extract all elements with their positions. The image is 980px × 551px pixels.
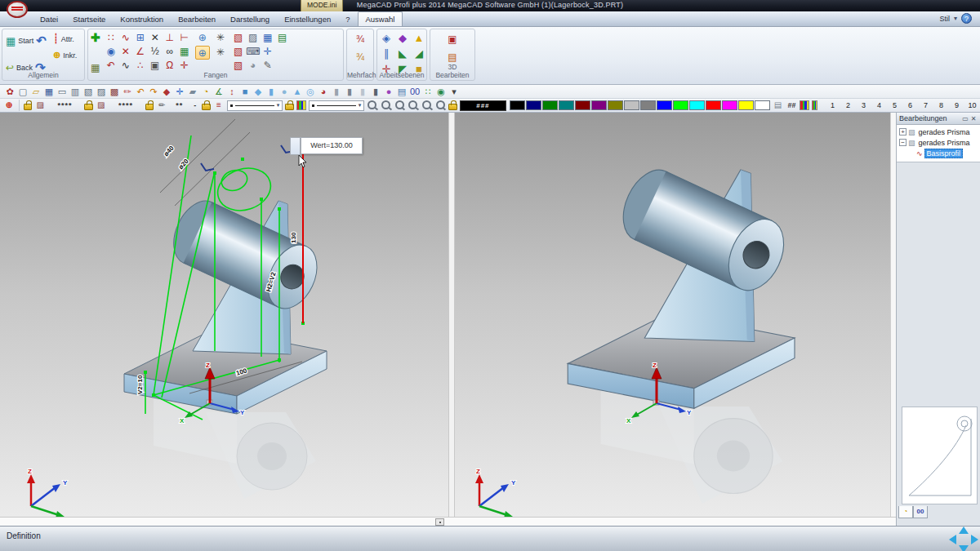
snap-colors-icon[interactable]: ▦ (177, 45, 192, 59)
measure-icon[interactable]: ∡ (212, 86, 225, 98)
shade-hidden-icon[interactable]: ▮ (343, 86, 356, 98)
value-input-cell[interactable] (290, 137, 301, 155)
sheet-number-button[interactable]: 4 (871, 101, 887, 109)
zoom-out-icon[interactable] (394, 100, 406, 111)
pan-left-icon[interactable] (949, 535, 956, 544)
open-folder-icon[interactable]: ▱ (29, 86, 42, 98)
zoom-in-icon[interactable] (381, 100, 392, 111)
snap-tangent-icon[interactable]: ⊢ (177, 31, 192, 45)
palette-swatch[interactable] (510, 100, 525, 110)
menu-hilfe[interactable]: ? (338, 12, 357, 26)
viewport-splitter[interactable] (448, 113, 455, 526)
megacad-mini-icon[interactable]: ✿ (3, 86, 16, 98)
cube-view-icon[interactable]: ■ (238, 86, 252, 98)
multi-ratio-bottom-icon[interactable]: ¾ (353, 51, 368, 64)
snap-perpendicular-icon[interactable]: ⊥ (163, 31, 177, 45)
snap-grid-icon[interactable]: ⊞ (133, 31, 148, 45)
snap-nearest-icon[interactable]: ✕ (118, 45, 133, 59)
sheet-number-button[interactable]: 8 (933, 101, 949, 109)
sheet-number-button[interactable]: 5 (887, 101, 902, 109)
binoculars-icon[interactable]: 00 (408, 86, 421, 98)
linetype-select[interactable]: ▾ (227, 100, 283, 111)
snap-reference-icon[interactable]: ⊕ (195, 31, 210, 45)
shade-smooth-icon[interactable]: ▮ (369, 86, 382, 98)
bottom-scroll-strip[interactable] (0, 517, 896, 526)
palette-swatch[interactable] (559, 100, 574, 110)
snap-midpoint-icon[interactable]: ½ (148, 45, 163, 59)
doc-exchange-icon[interactable]: ▨ (95, 86, 108, 98)
palette-swatch[interactable] (542, 100, 558, 110)
sheet-number-button[interactable]: 7 (918, 101, 933, 109)
group-lock-icon[interactable] (84, 104, 93, 110)
panel-tab-edit[interactable]: ◔ (898, 506, 913, 518)
page-setup-icon[interactable]: ▧ (82, 86, 95, 98)
menu-startseite[interactable]: Startseite (65, 12, 113, 26)
menu-datei[interactable]: Datei (33, 12, 65, 26)
palette-swatch[interactable] (640, 100, 656, 110)
multi-ratio-top-icon[interactable]: ¾ (353, 33, 368, 47)
cylinder-view-icon[interactable]: ▮ (265, 86, 278, 98)
snap-angle-icon[interactable]: ∠ (133, 45, 148, 59)
snap-two-circles-icon[interactable]: ∞ (163, 45, 177, 59)
zoom-window-icon[interactable] (367, 100, 378, 111)
color-sphere-icon[interactable]: ◉ (434, 86, 448, 98)
stamp-icon[interactable]: ◆ (160, 86, 173, 98)
box-solid-icon[interactable]: ▧ (231, 45, 246, 59)
axes-icon[interactable]: ✛ (173, 86, 186, 98)
workplane-vertical-icon[interactable]: ∥ (378, 47, 394, 62)
redo-icon[interactable]: ↷ (147, 86, 160, 98)
tree-expander-icon[interactable]: + (899, 128, 906, 136)
snap-curve-icon[interactable]: ∿ (118, 31, 133, 45)
viewport-right[interactable]: Z Y X Z Y X (455, 113, 890, 517)
workplane-view-icon[interactable]: ◈ (378, 31, 394, 47)
material-icon[interactable]: ● (382, 86, 395, 98)
close-icon[interactable]: ✕ (969, 115, 978, 122)
palette-swatch[interactable] (526, 100, 541, 110)
palette-swatch[interactable] (738, 100, 754, 110)
inkr-button[interactable]: Inkr. (63, 51, 77, 60)
pan-down-icon[interactable] (959, 545, 969, 551)
pan-right-icon[interactable] (971, 535, 978, 544)
tree-item-label[interactable]: gerades Prisma (917, 139, 972, 147)
sheet-number-button[interactable]: 6 (902, 101, 918, 109)
linewidth-lock-icon[interactable] (285, 104, 294, 110)
snap-3d-icon[interactable]: ▦ (261, 31, 275, 45)
torus-view-icon[interactable]: ◎ (304, 86, 317, 98)
menu-einstellungen[interactable]: Einstellungen (277, 12, 338, 26)
sheet-number-button[interactable]: 1 (825, 101, 840, 109)
sheet-number-button[interactable]: 9 (949, 101, 964, 109)
pen-field[interactable]: ** (170, 101, 189, 109)
palette-swatch[interactable] (657, 100, 672, 110)
points-toggle-icon[interactable]: ∷ (421, 86, 434, 98)
palette-swatch[interactable] (689, 100, 705, 110)
plotter-icon[interactable]: ▤ (773, 100, 784, 111)
pan-up-icon[interactable] (959, 527, 969, 534)
box-copy-icon[interactable]: ▨ (246, 31, 261, 45)
pan-control[interactable] (949, 529, 978, 550)
color-number-field[interactable]: ### (460, 100, 506, 111)
sheet-number-button[interactable]: 10 (964, 101, 980, 109)
style-label[interactable]: Stil (939, 15, 950, 23)
snap-center-icon[interactable]: ◉ (104, 45, 118, 59)
layers-green-icon[interactable]: ▤ (275, 31, 290, 45)
snap-quadrant-icon[interactable]: ⊕ (195, 46, 210, 60)
snap-star-16-icon[interactable]: ✳ (213, 46, 228, 60)
zoom-all-icon[interactable] (421, 100, 433, 111)
workplane-solid-icon[interactable]: ◆ (394, 31, 411, 47)
palette-swatch[interactable] (575, 100, 590, 110)
workplane-toggle-icon[interactable]: ▰ (186, 86, 199, 98)
pen-map-icon[interactable] (800, 100, 809, 110)
sheet-number-button[interactable]: 3 (856, 101, 871, 109)
menu-bearbeiten[interactable]: Bearbeiten (171, 12, 223, 26)
panel-tab-search[interactable]: 00 (913, 506, 928, 518)
layer-lock-icon[interactable] (24, 104, 33, 110)
tree-expander-icon[interactable]: − (899, 139, 906, 146)
linetype-lock-icon[interactable] (202, 104, 211, 110)
menu-auswahl[interactable]: Auswahl (358, 11, 403, 26)
prism-view-icon[interactable]: ◆ (252, 86, 265, 98)
snap-star-8-icon[interactable]: ✳ (213, 31, 228, 45)
style-caret-icon[interactable]: ▾ (954, 15, 957, 22)
coord-xy-icon[interactable]: ✛ (261, 45, 275, 59)
palette-swatch[interactable] (755, 100, 770, 110)
pin-icon[interactable]: ▭ (961, 115, 969, 122)
